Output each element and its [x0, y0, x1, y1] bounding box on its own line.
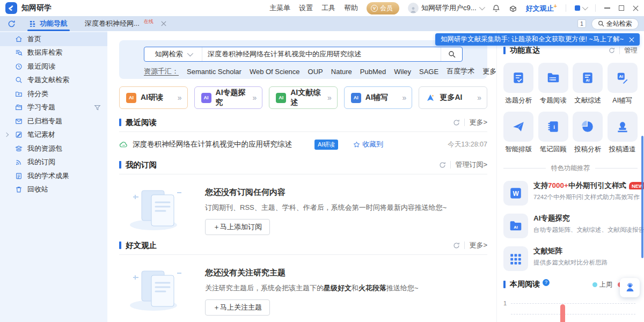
- feature-literature-matrix[interactable]: 文献矩阵 提供多篇文献对比分析思路: [503, 246, 638, 271]
- sidebar-item-home[interactable]: 首页: [0, 32, 107, 46]
- sidebar-item-recycle-bin[interactable]: 回收站: [0, 183, 107, 197]
- source-semantic-scholar[interactable]: Semantic Scholar: [187, 68, 241, 76]
- feature-ai-topic-explore[interactable]: AI AI专题探究 自动专题矩阵、文献综述、文献阅读报告: [503, 214, 638, 238]
- more-ai-button[interactable]: 更多AI »: [419, 86, 487, 109]
- manage-quick-access-link[interactable]: 管理: [624, 46, 638, 55]
- main-content: 知网检索 资源千汇： Semantic Scholar Web Of Scien…: [107, 31, 496, 322]
- qa-submission-channel[interactable]: 投稿通道: [608, 112, 638, 154]
- refresh-icon[interactable]: [453, 119, 460, 126]
- sidebar-item-note-material[interactable]: 笔记素材: [0, 128, 107, 142]
- sidebar-item-recent-reading[interactable]: 最近阅读: [0, 60, 107, 74]
- trash-icon: [15, 186, 23, 193]
- source-baidu-scholar[interactable]: 百度学术: [447, 67, 474, 76]
- menu-settings[interactable]: 设置: [299, 3, 313, 13]
- divider: [119, 174, 487, 174]
- tab-count-button[interactable]: 1: [577, 19, 586, 28]
- member-badge[interactable]: V 会员: [367, 2, 399, 14]
- filter-icon[interactable]: [94, 104, 101, 111]
- sidebar-item-unclassified[interactable]: 待分类: [0, 87, 107, 101]
- source-pubmed[interactable]: PubMed: [360, 68, 386, 76]
- ai-read-badge[interactable]: AI研读: [314, 140, 338, 150]
- sidebar-item-database-search[interactable]: 数据库检索: [0, 46, 107, 60]
- good-articles-section-header: 好文观止 更多>: [119, 239, 487, 251]
- qa-submission-analysis[interactable]: 投稿分析: [573, 112, 603, 154]
- tab-document[interactable]: 深度卷积神经网... 在线: [76, 16, 175, 31]
- minimize-icon[interactable]: [604, 8, 610, 9]
- tab-close-icon[interactable]: [161, 21, 166, 26]
- good-articles-more-link[interactable]: 更多>: [469, 240, 487, 250]
- manage-subscription-link[interactable]: 管理订阅>: [455, 160, 487, 170]
- tab-bar: 功能导航 深度卷积神经网... 在线 1 全站检索: [0, 16, 644, 31]
- source-sage[interactable]: SAGE: [419, 68, 438, 76]
- section-accent-bar: [119, 161, 121, 169]
- section-accent-bar: [119, 241, 121, 249]
- banner-close-icon[interactable]: [629, 37, 634, 42]
- promo-haowen-link[interactable]: 好文观止+: [526, 3, 557, 13]
- collector-promo-banner[interactable]: 知网研学文献采集助手: 让题录和全文获取更方便! ~马上了解~: [435, 33, 640, 46]
- ai-writing-button[interactable]: AI AI辅写 »: [344, 86, 413, 109]
- refresh-icon[interactable]: [453, 242, 460, 249]
- global-search-button[interactable]: 全站检索: [591, 18, 639, 30]
- refresh-icon[interactable]: [439, 162, 446, 169]
- assistant-float-button[interactable]: [620, 278, 640, 297]
- add-subscription-button[interactable]: ＋马上添加订阅: [205, 219, 270, 235]
- divider: [464, 119, 465, 126]
- app-window: 知网研学 主菜单 设置 工具 帮助 V 会员 知网研学用户c9...: [0, 0, 644, 322]
- rss-icon: [15, 158, 23, 166]
- subscription-empty-title: 您还没有订阅任何内容: [205, 187, 447, 197]
- qa-ai-writing[interactable]: AI AI辅写: [608, 63, 638, 105]
- qa-literature-review[interactable]: AI 文献综述: [573, 63, 603, 105]
- qa-topic-reading[interactable]: 专题阅读: [538, 63, 569, 105]
- search-input[interactable]: [202, 50, 441, 58]
- source-oup[interactable]: OUP: [308, 68, 323, 76]
- refresh-icon[interactable]: [8, 20, 16, 28]
- recent-item-title[interactable]: 深度卷积神经网络在计算机视觉中的应用研究综述: [133, 140, 292, 149]
- inbox-icon[interactable]: [509, 4, 517, 12]
- search-button[interactable]: [441, 47, 462, 61]
- sidebar-item-resource-pack[interactable]: 我的资源包: [0, 142, 107, 156]
- legend-dot-last-week: [592, 282, 597, 287]
- cloud-doc-icon: [119, 140, 128, 149]
- double-chevron-icon: »: [402, 93, 406, 102]
- sources-label: 资源千汇：: [144, 67, 179, 76]
- tab-function-nav[interactable]: 功能导航: [21, 16, 76, 31]
- ai-topic-explore-button[interactable]: AI AI专题探究 »: [194, 86, 263, 109]
- follow-topic-button[interactable]: ＋马上关注主题: [205, 299, 270, 316]
- favorite-button[interactable]: 收藏到: [353, 140, 383, 149]
- subscription-empty-state: 您还没有订阅任何内容 订阅期刊、RSS、主题、学科、作者后，系统会第一时间将最新…: [119, 183, 487, 235]
- sidebar-item-study-topics[interactable]: 学习专题: [0, 101, 107, 115]
- expand-chevron-icon[interactable]: [4, 133, 9, 137]
- user-menu[interactable]: 知网研学用户c9...: [408, 3, 484, 13]
- search-engine-select[interactable]: 知网检索: [144, 47, 202, 61]
- menu-main[interactable]: 主菜单: [269, 3, 290, 13]
- source-wiley[interactable]: Wiley: [394, 68, 411, 76]
- recent-more-link[interactable]: 更多>: [469, 118, 487, 127]
- sidebar-item-subscriptions[interactable]: 我的订阅: [0, 156, 107, 170]
- sidebar-item-topic-search[interactable]: 专题文献检索: [0, 74, 107, 87]
- recent-item[interactable]: 深度卷积神经网络在计算机视觉中的应用研究综述 AI研读 收藏到 今天13:28:…: [119, 137, 487, 151]
- ai-read-button[interactable]: AI AI研读 »: [119, 86, 188, 109]
- menu-help[interactable]: 帮助: [344, 3, 358, 13]
- source-nature[interactable]: Nature: [331, 68, 352, 76]
- menu-tools[interactable]: 工具: [321, 3, 335, 13]
- close-icon[interactable]: [633, 5, 639, 11]
- qa-note-review[interactable]: i 笔记回顾: [538, 112, 569, 154]
- weekly-reading-header: 本周阅读 上周 本周: [503, 280, 638, 289]
- recent-item-time: 今天13:28:07: [448, 140, 487, 149]
- qa-topic-analysis[interactable]: 选题分析: [503, 63, 534, 105]
- refresh-icon[interactable]: [609, 47, 615, 54]
- bell-icon[interactable]: [492, 4, 500, 12]
- source-web-of-science[interactable]: Web Of Science: [250, 68, 300, 76]
- maximize-icon[interactable]: [619, 5, 624, 11]
- help-question-icon[interactable]: [543, 279, 550, 286]
- scrollbar-thumb[interactable]: [641, 136, 643, 258]
- theme-selector[interactable]: [575, 5, 587, 11]
- y-axis-tick: 1: [503, 300, 507, 306]
- ai-literature-review-button[interactable]: AI AI文献综述 »: [269, 86, 338, 109]
- sidebar-item-archived-topics[interactable]: 已归档专题: [0, 114, 107, 128]
- sidebar-item-academic-achievements[interactable]: 我的学术成果: [0, 169, 107, 183]
- feature-citation-styles[interactable]: W 支持7000+中外期刊引文样式NEW 7242个中外期刊引文样式助力高效写作: [503, 181, 638, 206]
- pie-chart-icon: [581, 120, 595, 134]
- folder-list-icon: [546, 71, 560, 85]
- qa-smart-typesetting[interactable]: 智能排版: [503, 112, 534, 154]
